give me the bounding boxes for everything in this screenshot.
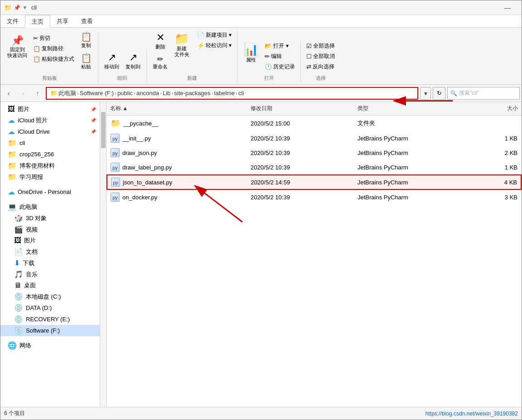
sidebar-item-fdrive[interactable]: 💿 Software (F:) <box>0 325 100 336</box>
file-explorer-window: 📁 📌 ▼ cli — 文件 主页 共享 查看 📌 固定到快速访问 <box>0 0 522 420</box>
sidebar-scrollbar[interactable] <box>100 102 106 420</box>
sidebar-item-weekly[interactable]: 📁 学习周报 <box>0 171 100 183</box>
file-row-on-docker[interactable]: py on_docker.py 2020/5/2 10:39 JetBrains… <box>106 190 522 204</box>
invert-selection-button[interactable]: ⇄ 反向选择 <box>304 62 337 72</box>
col-header-type[interactable]: 类型 <box>354 104 461 113</box>
dropdown-button[interactable]: ▾ <box>420 87 431 100</box>
delete-button[interactable]: ✕ 删除 <box>150 30 170 52</box>
clipboard-group-label: 剪贴板 <box>42 73 57 82</box>
address-bar[interactable]: 📁 此电脑 › Software (F:) › public › anconda… <box>46 87 418 100</box>
address-segment-computer: 此电脑 <box>58 89 76 97</box>
file-row-draw-label[interactable]: py draw_label_png.py 2020/5/2 10:39 JetB… <box>106 160 522 174</box>
new-item-col: 📄 新建项目 ▾ ⚡ 轻松访问 ▾ <box>195 30 233 50</box>
rename-icon: ✏ <box>157 55 163 63</box>
tab-share[interactable]: 共享 <box>50 15 75 27</box>
paste-shortcut-label: 粘贴快捷方式 <box>42 55 74 63</box>
downloads-icon: ⬇ <box>14 259 20 267</box>
history-button[interactable]: 🕐 历史记录 <box>263 62 297 72</box>
tab-file[interactable]: 文件 <box>0 15 25 27</box>
sidebar-item-network[interactable]: 🌐 网络 <box>0 340 100 351</box>
sidebar-item-pictures[interactable]: 🖼 图片 📌 <box>0 104 100 115</box>
scroll-thumb[interactable] <box>101 112 106 148</box>
date-init: 2020/5/2 10:39 <box>247 135 354 142</box>
3d-label: 3D 对象 <box>26 214 47 222</box>
file-row-init[interactable]: py __init__.py 2020/5/2 10:39 JetBrains … <box>106 131 522 145</box>
quick-access-icon: ▼ <box>22 5 28 11</box>
addr-sep-1: › <box>77 90 79 97</box>
copy-path-button[interactable]: 📋 复制路径 <box>31 44 76 53</box>
search-placeholder: 搜索"cli" <box>459 89 479 97</box>
type-json-dataset: JetBrains PyCharm <box>354 179 460 186</box>
sidebar-item-3d[interactable]: 🎲 3D 对象 <box>0 212 100 224</box>
new-item-button[interactable]: 📄 新建项目 ▾ <box>195 30 233 40</box>
music-label: 音乐 <box>26 270 38 279</box>
open-items: 📊 属性 📂 打开 ▾ ✏ 编辑 🕐 历史记录 <box>241 41 297 72</box>
file-row-pycache[interactable]: 📁 __pycache__ 2020/5/2 15:00 文件夹 <box>106 116 522 131</box>
ddrive-label: DATA (D:) <box>26 304 52 311</box>
cut-button[interactable]: ✂ 剪切 <box>31 34 76 43</box>
sidebar-item-docs[interactable]: 📄 文档 <box>0 246 100 257</box>
file-name-draw-label: py draw_label_png.py <box>107 163 247 172</box>
file-name-pycache: 📁 __pycache__ <box>107 118 247 128</box>
search-box[interactable]: 🔍 搜索"cli" <box>447 87 520 100</box>
sidebar-item-desktop[interactable]: 🖥 桌面 <box>0 280 100 291</box>
move-to-button[interactable]: ↗ 移动到 <box>102 50 121 72</box>
ribbon-group-select: ☑ 全部选择 ☐ 全部取消 ⇄ 反向选择 选择 <box>301 40 340 82</box>
tab-view[interactable]: 查看 <box>75 15 99 27</box>
divider2 <box>0 198 100 201</box>
minimize-button[interactable]: — <box>497 0 518 15</box>
select-all-button[interactable]: ☑ 全部选择 <box>304 41 337 51</box>
copy-button[interactable]: 📋 复制 <box>78 30 94 50</box>
new-folder-button[interactable]: 📁 新建文件夹 <box>172 30 192 59</box>
easy-access-button[interactable]: ⚡ 轻松访问 ▾ <box>195 41 233 50</box>
fdrive-label: Software (F:) <box>26 327 60 334</box>
open-button[interactable]: 📂 打开 ▾ <box>263 41 297 51</box>
copy-to-button[interactable]: ↗ 复制到 <box>123 50 143 72</box>
sidebar-item-downloads[interactable]: ⬇ 下载 <box>0 257 100 269</box>
file-row-json-dataset[interactable]: py json_to_dataset.py 2020/5/2 14:59 Jet… <box>106 174 522 190</box>
sidebar-item-crop[interactable]: 📁 crop256_256 <box>0 149 100 160</box>
sidebar-item-pic[interactable]: 🖼 图片 <box>0 235 100 246</box>
tab-home[interactable]: 主页 <box>25 15 50 28</box>
paste-shortcut-icon: 📋 <box>33 56 40 63</box>
pin-to-quickaccess-button[interactable]: 📌 固定到快速访问 <box>5 34 29 60</box>
sidebar-item-blog[interactable]: 📁 博客使用材料 <box>0 160 100 171</box>
crop-label: crop256_256 <box>19 151 54 158</box>
sidebar-item-music[interactable]: 🎵 音乐 <box>0 269 100 280</box>
title-bar-icons: 📁 📌 ▼ <box>4 4 28 11</box>
forward-button[interactable]: › <box>17 87 29 100</box>
col-header-size[interactable]: 大小 <box>461 104 522 113</box>
py-icon-on-docker: py <box>111 193 120 202</box>
edit-button[interactable]: ✏ 编辑 <box>263 52 297 61</box>
music-icon: 🎵 <box>14 270 23 279</box>
sidebar-item-icloud-photos[interactable]: ☁ iCloud 照片 📌 <box>0 115 100 126</box>
select-col: ☑ 全部选择 ☐ 全部取消 ⇄ 反向选择 <box>304 41 337 72</box>
rename-label: 重命名 <box>153 63 168 70</box>
sidebar-item-cli[interactable]: 📁 cli <box>0 137 100 149</box>
copy-paste-group: ✂ 剪切 📋 复制路径 📋 粘贴快捷方式 <box>31 34 76 64</box>
sidebar-item-onedrive[interactable]: ☁ OneDrive - Personal <box>0 186 100 198</box>
paste-button[interactable]: 📋 粘贴 <box>78 51 94 72</box>
sidebar-item-icloud-drive[interactable]: ☁ iCloud Drive 📌 <box>0 126 100 137</box>
paste-shortcut-button[interactable]: 📋 粘贴快捷方式 <box>31 54 76 64</box>
clipboard-items: 📌 固定到快速访问 ✂ 剪切 📋 复制路径 📋 粘贴快捷方式 <box>5 34 94 72</box>
select-none-button[interactable]: ☐ 全部取消 <box>304 52 337 61</box>
sidebar-item-this-pc[interactable]: 💻 此电脑 <box>0 201 100 212</box>
rename-button[interactable]: ✏ 重命名 <box>150 53 170 72</box>
py-icon-json-dataset: py <box>111 178 120 187</box>
addr-sep-7: › <box>236 90 237 97</box>
icloud-drive-label: iCloud Drive <box>18 128 50 135</box>
col-header-date[interactable]: 修改日期 <box>247 104 354 113</box>
up-button[interactable]: ↑ <box>31 87 44 100</box>
col-header-name[interactable]: 名称 ▲ <box>106 104 247 113</box>
back-button[interactable]: ‹ <box>2 87 15 100</box>
sidebar-item-video[interactable]: 🎬 视频 <box>0 224 100 235</box>
file-row-draw-json[interactable]: py draw_json.py 2020/5/2 10:39 JetBrains… <box>106 145 522 160</box>
type-draw-label: JetBrains PyCharm <box>354 164 461 171</box>
new-folder-icon: 📁 <box>174 32 189 46</box>
sidebar-item-cdrive[interactable]: 💿 本地磁盘 (C:) <box>0 291 100 302</box>
sidebar-item-ddrive[interactable]: 💿 DATA (D:) <box>0 302 100 314</box>
refresh-button[interactable]: ↻ <box>433 87 445 100</box>
properties-button[interactable]: 📊 属性 <box>241 41 261 65</box>
sidebar-item-edrive[interactable]: 💿 RECOVERY (E:) <box>0 314 100 325</box>
